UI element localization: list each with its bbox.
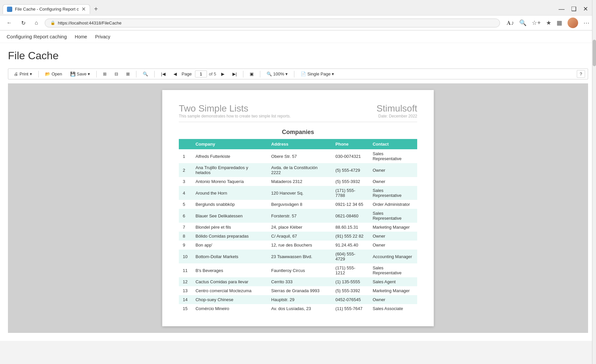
row-number: 8 [179,232,191,241]
print-dropdown-icon: ▾ [30,71,32,76]
page-view-icon: 📄 [301,71,306,76]
row-address: Av. dos Lusíadas, 23 [267,304,331,313]
prev-page-button[interactable]: ◀ [171,70,180,78]
add-favorites-button[interactable]: ☆+ [532,19,541,26]
table-row: 2 Ana Trujillo Emparedados y helados Avd… [179,163,417,177]
print-button[interactable]: 🖨 Print ▾ [11,70,35,78]
row-phone: (171) 555-1212 [331,263,369,277]
row-company: Chop-suey Chinese [191,295,267,304]
privacy-nav-link[interactable]: Privacy [95,34,110,39]
url-bar[interactable]: 🔒 https://localhost:44318/FileCache [45,19,500,27]
row-number: 5 [179,200,191,209]
search-report-button[interactable]: 🔍 [140,70,151,78]
row-contact: Order Administrator [369,200,417,209]
separator-4 [154,71,155,77]
row-phone: (5) 555-3932 [331,177,369,186]
layout-button-1[interactable]: ⊞ [100,70,110,78]
table-row: 12 Cactus Comidas para llevar Cerrito 33… [179,277,417,286]
layout-button-3[interactable]: ⊠ [123,70,133,78]
row-contact: Sales Agent [369,277,417,286]
row-address: Mataderos 2312 [267,177,331,186]
last-page-button[interactable]: ▶| [229,70,240,78]
row-company: Blondel père et fils [191,223,267,232]
row-address: Avda. de la Constitución 2222 [267,163,331,177]
row-phone: (91) 555 22 82 [331,232,369,241]
row-address: Hauptstr. 29 [267,295,331,304]
new-tab-button[interactable]: + [91,4,101,14]
col-num-header [179,139,191,149]
collections-button[interactable]: ▦ [557,19,562,26]
report-page: Two Simple Lists This sample demonstrate… [162,90,434,326]
minimize-button[interactable]: — [559,6,565,13]
row-number: 4 [179,186,191,200]
next-page-button[interactable]: ▶ [218,70,227,78]
row-phone: (171) 555-7788 [331,186,369,200]
separator-6 [260,71,260,77]
read-aloud-button[interactable]: 𝐀♪ [507,20,514,26]
table-row: 15 Comércio Mineiro Av. dos Lusíadas, 23… [179,304,417,313]
row-number: 15 [179,304,191,313]
open-button[interactable]: 📂 Open [42,70,65,78]
table-row: 5 Berglunds snabbköp Berguvsvägen 8 0921… [179,200,417,209]
view-mode-button[interactable]: ▣ [247,70,257,78]
row-address: C/ Araquil, 67 [267,232,331,241]
report-brand: Stimulsoft [376,103,417,114]
favorites-button[interactable]: ★ [546,19,551,26]
separator-3 [136,71,136,77]
single-page-button[interactable]: 📄 Single Page ▾ [298,70,337,78]
page-heading: File Cache [8,50,588,62]
search-button[interactable]: 🔍 [519,19,526,26]
help-button[interactable]: ? [577,70,585,78]
save-button[interactable]: 💾 Save ▾ [67,70,93,78]
row-company: Alfreds Futterkiste [191,149,267,163]
tab-title: File Cache - Configuring Report c [15,7,79,12]
row-address: Fauntleroy Circus [267,263,331,277]
restore-button[interactable]: ❑ [571,5,576,13]
report-header-left: Two Simple Lists This sample demonstrate… [179,103,291,118]
row-company: Centro comercial Moctezuma [191,286,267,295]
row-address: 120 Hanover Sq. [267,186,331,200]
row-number: 3 [179,177,191,186]
row-number: 13 [179,286,191,295]
reload-button[interactable]: ↻ [19,19,28,27]
row-contact: Sales Representative [369,149,417,163]
row-company: Cactus Comidas para llevar [191,277,267,286]
menu-button[interactable]: ⋯ [583,19,589,26]
row-contact: Sales Representative [369,263,417,277]
table-row: 1 Alfreds Futterkiste Obere Str. 57 030-… [179,149,417,163]
row-phone: (11) 555-7647 [331,304,369,313]
address-bar: ← ↻ ⌂ 🔒 https://localhost:44318/FileCach… [0,15,596,30]
row-contact: Marketing Manager [369,286,417,295]
scrollbar[interactable] [592,0,596,341]
layout-button-2[interactable]: ⊟ [112,70,121,78]
row-company: Bólido Comidas preparadas [191,232,267,241]
row-phone: (5) 555-3392 [331,286,369,295]
table-row: 13 Centro comercial Moctezuma Sierras de… [179,286,417,295]
table-header-row: Company Address Phone Contact [179,139,417,149]
separator-1 [38,71,39,77]
row-company: Ana Trujillo Emparedados y helados [191,163,267,177]
row-contact: Sales Associate [369,304,417,313]
row-address: 12, rue des Bouchers [267,241,331,250]
row-phone: 0921-12 34 65 [331,200,369,209]
col-contact-header: Contact [369,139,417,149]
close-button[interactable]: ✕ [583,5,588,13]
scroll-thumb[interactable] [593,40,596,66]
user-avatar[interactable] [568,18,578,28]
first-page-button[interactable]: |◀ [158,70,168,78]
active-tab[interactable]: File Cache - Configuring Report c ✕ [3,4,90,14]
home-button[interactable]: ⌂ [32,19,41,27]
back-button[interactable]: ← [4,19,15,27]
page-label: Page [182,71,192,76]
home-nav-link[interactable]: Home [75,34,87,39]
table-row: 14 Chop-suey Chinese Hauptstr. 29 0452-0… [179,295,417,304]
row-contact: Accounting Manager [369,250,417,263]
row-contact: Marketing Manager [369,223,417,232]
zoom-button[interactable]: 🔍 100% ▾ [264,70,291,78]
section-title: Companies [179,129,417,136]
browser-toolbar-icons: 𝐀♪ 🔍 ☆+ ★ ▦ ⋯ [504,18,592,28]
row-contact: Owner [369,177,417,186]
tab-close-button[interactable]: ✕ [81,7,86,12]
col-company-header: Company [191,139,267,149]
page-number-input[interactable] [195,70,207,77]
